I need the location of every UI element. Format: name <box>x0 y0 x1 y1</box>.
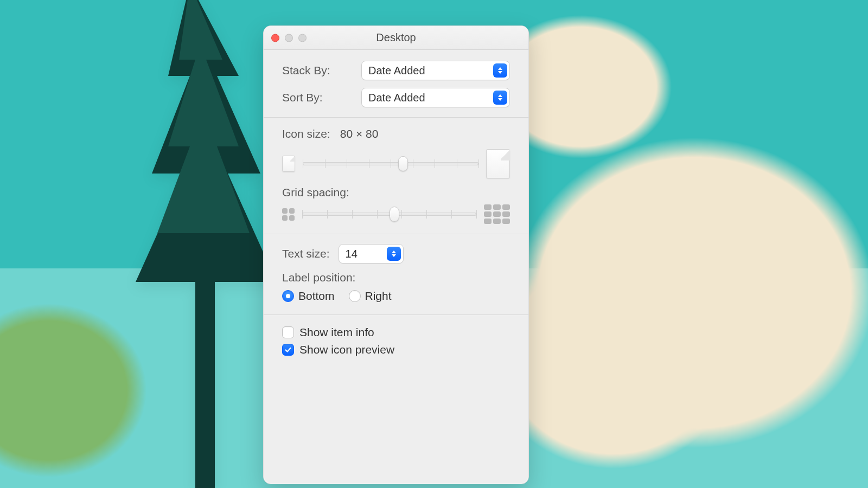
label-position-right-radio[interactable]: Right <box>349 290 392 303</box>
show-icon-preview-label: Show icon preview <box>299 343 394 356</box>
show-icon-preview-checkbox[interactable] <box>282 344 294 356</box>
show-item-info-checkbox[interactable] <box>282 326 294 338</box>
section-icon-grid: Icon size: 80 × 80 Grid spacing: <box>264 118 528 234</box>
text-size-popup[interactable]: 14 <box>339 244 404 264</box>
popup-chevrons-icon <box>493 91 507 105</box>
file-large-icon <box>486 149 510 178</box>
window-title: Desktop <box>376 31 416 44</box>
desktop-view-options-window: Desktop Stack By: Date Added Sort By: Da… <box>263 25 529 484</box>
close-button[interactable] <box>271 34 279 42</box>
popup-chevrons-icon <box>493 63 507 78</box>
zoom-button[interactable] <box>298 34 307 42</box>
label-position-label: Label position: <box>282 271 510 284</box>
label-position-right-text: Right <box>365 290 392 303</box>
stack-by-value: Date Added <box>368 65 425 77</box>
titlebar[interactable]: Desktop <box>264 26 528 50</box>
text-size-label: Text size: <box>282 247 330 260</box>
grid-loose-icon <box>484 204 510 224</box>
radio-dot-icon <box>282 290 294 302</box>
icon-size-slider[interactable] <box>303 158 478 170</box>
section-sort: Stack By: Date Added Sort By: Date Added <box>264 50 528 118</box>
minimize-button[interactable] <box>285 34 293 42</box>
sort-by-popup[interactable]: Date Added <box>361 88 510 107</box>
grid-spacing-label: Grid spacing: <box>282 186 510 199</box>
icon-size-value: 80 × 80 <box>340 127 379 140</box>
grid-tight-icon <box>282 208 295 221</box>
stack-by-label: Stack By: <box>282 64 352 77</box>
window-controls <box>271 34 307 42</box>
popup-chevrons-icon <box>387 247 401 261</box>
show-item-info-label: Show item info <box>299 326 374 339</box>
sort-by-label: Sort By: <box>282 91 352 104</box>
label-position-bottom-text: Bottom <box>298 290 335 303</box>
grid-spacing-slider[interactable] <box>302 208 476 220</box>
text-size-value: 14 <box>346 248 358 260</box>
stack-by-popup[interactable]: Date Added <box>361 61 510 80</box>
radio-dot-icon <box>349 290 361 302</box>
label-position-bottom-radio[interactable]: Bottom <box>282 290 335 303</box>
sort-by-value: Date Added <box>368 92 425 104</box>
file-small-icon <box>282 156 295 172</box>
section-show-options: Show item info Show icon preview <box>264 315 528 369</box>
section-labels: Text size: 14 Label position: Bottom Rig… <box>264 234 528 315</box>
icon-size-label: Icon size: <box>282 127 330 140</box>
